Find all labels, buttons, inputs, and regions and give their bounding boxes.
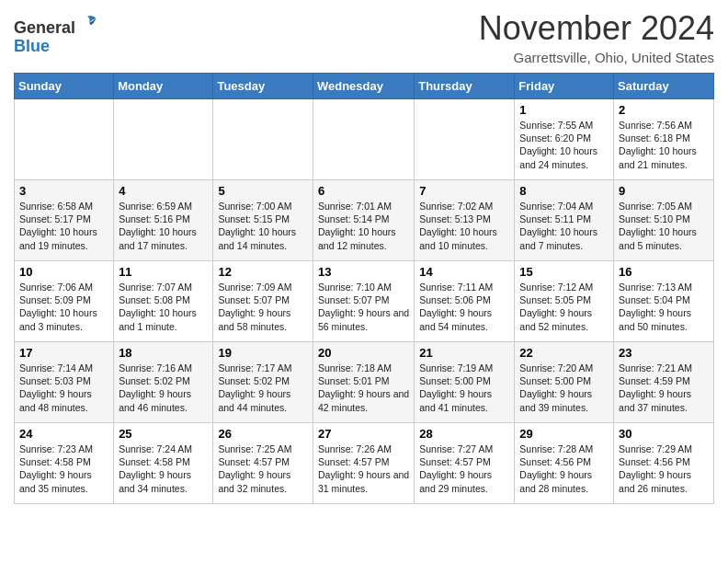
calendar-week-5: 24Sunrise: 7:23 AM Sunset: 4:58 PM Dayli… [15, 423, 714, 504]
calendar-cell: 12Sunrise: 7:09 AM Sunset: 5:07 PM Dayli… [213, 261, 313, 342]
day-number: 20 [318, 346, 409, 360]
column-header-friday: Friday [515, 74, 614, 99]
logo-general: General [14, 18, 75, 37]
column-header-sunday: Sunday [15, 74, 114, 99]
calendar-week-2: 3Sunrise: 6:58 AM Sunset: 5:17 PM Daylig… [15, 180, 714, 261]
column-header-thursday: Thursday [415, 74, 515, 99]
day-info: Sunrise: 7:04 AM Sunset: 5:11 PM Dayligh… [519, 200, 609, 252]
day-number: 9 [619, 184, 709, 198]
day-number: 10 [19, 265, 108, 279]
logo: General Blue [14, 13, 97, 56]
day-info: Sunrise: 7:11 AM Sunset: 5:06 PM Dayligh… [419, 281, 509, 333]
calendar-cell: 22Sunrise: 7:20 AM Sunset: 5:00 PM Dayli… [515, 342, 614, 423]
day-info: Sunrise: 7:26 AM Sunset: 4:57 PM Dayligh… [318, 442, 409, 495]
calendar-cell: 27Sunrise: 7:26 AM Sunset: 4:57 PM Dayli… [313, 423, 414, 504]
day-number: 3 [19, 184, 108, 198]
day-info: Sunrise: 6:59 AM Sunset: 5:16 PM Dayligh… [119, 200, 208, 252]
calendar-header-row: SundayMondayTuesdayWednesdayThursdayFrid… [15, 74, 714, 99]
calendar-cell: 15Sunrise: 7:12 AM Sunset: 5:05 PM Dayli… [515, 261, 614, 342]
day-info: Sunrise: 7:05 AM Sunset: 5:10 PM Dayligh… [619, 200, 709, 252]
day-number: 14 [419, 265, 509, 279]
day-info: Sunrise: 7:14 AM Sunset: 5:03 PM Dayligh… [19, 362, 108, 414]
title-block: November 2024 Garrettsville, Ohio, Unite… [479, 9, 714, 65]
day-info: Sunrise: 7:01 AM Sunset: 5:14 PM Dayligh… [318, 200, 409, 252]
calendar-cell: 9Sunrise: 7:05 AM Sunset: 5:10 PM Daylig… [614, 180, 714, 261]
calendar-cell [313, 99, 414, 180]
calendar-cell: 17Sunrise: 7:14 AM Sunset: 5:03 PM Dayli… [15, 342, 114, 423]
day-number: 4 [119, 184, 208, 198]
day-info: Sunrise: 7:27 AM Sunset: 4:57 PM Dayligh… [419, 442, 509, 495]
day-info: Sunrise: 7:12 AM Sunset: 5:05 PM Dayligh… [519, 281, 609, 333]
day-info: Sunrise: 7:55 AM Sunset: 6:20 PM Dayligh… [519, 119, 609, 171]
calendar-cell: 14Sunrise: 7:11 AM Sunset: 5:06 PM Dayli… [415, 261, 515, 342]
day-number: 25 [119, 427, 208, 441]
calendar-cell [15, 99, 114, 180]
day-info: Sunrise: 7:13 AM Sunset: 5:04 PM Dayligh… [619, 281, 709, 333]
day-info: Sunrise: 7:25 AM Sunset: 4:57 PM Dayligh… [218, 442, 308, 495]
day-info: Sunrise: 6:58 AM Sunset: 5:17 PM Dayligh… [19, 200, 108, 252]
day-number: 8 [519, 184, 609, 198]
calendar-cell: 4Sunrise: 6:59 AM Sunset: 5:16 PM Daylig… [114, 180, 213, 261]
logo-bird-icon [77, 13, 97, 33]
calendar-table: SundayMondayTuesdayWednesdayThursdayFrid… [14, 73, 714, 504]
day-info: Sunrise: 7:10 AM Sunset: 5:07 PM Dayligh… [318, 281, 409, 333]
calendar-cell: 20Sunrise: 7:18 AM Sunset: 5:01 PM Dayli… [313, 342, 414, 423]
calendar-week-1: 1Sunrise: 7:55 AM Sunset: 6:20 PM Daylig… [15, 99, 714, 180]
location: Garrettsville, Ohio, United States [479, 50, 714, 65]
calendar-cell [213, 99, 313, 180]
day-number: 12 [218, 265, 308, 279]
day-number: 19 [218, 346, 308, 360]
logo-blue: Blue [14, 37, 50, 55]
day-number: 2 [619, 103, 709, 117]
day-info: Sunrise: 7:29 AM Sunset: 4:56 PM Dayligh… [619, 442, 709, 495]
calendar-cell: 23Sunrise: 7:21 AM Sunset: 4:59 PM Dayli… [614, 342, 714, 423]
day-number: 23 [619, 346, 709, 360]
day-number: 11 [119, 265, 208, 279]
day-number: 6 [318, 184, 409, 198]
month-title: November 2024 [479, 9, 714, 48]
calendar-cell: 1Sunrise: 7:55 AM Sunset: 6:20 PM Daylig… [515, 99, 614, 180]
day-info: Sunrise: 7:56 AM Sunset: 6:18 PM Dayligh… [619, 119, 709, 171]
day-number: 24 [19, 427, 108, 441]
calendar-cell: 11Sunrise: 7:07 AM Sunset: 5:08 PM Dayli… [114, 261, 213, 342]
calendar-cell [114, 99, 213, 180]
day-info: Sunrise: 7:16 AM Sunset: 5:02 PM Dayligh… [119, 362, 208, 414]
calendar-cell: 3Sunrise: 6:58 AM Sunset: 5:17 PM Daylig… [15, 180, 114, 261]
day-number: 7 [419, 184, 509, 198]
day-info: Sunrise: 7:07 AM Sunset: 5:08 PM Dayligh… [119, 281, 208, 333]
day-number: 18 [119, 346, 208, 360]
day-info: Sunrise: 7:20 AM Sunset: 5:00 PM Dayligh… [519, 362, 609, 414]
day-number: 15 [519, 265, 609, 279]
calendar-cell: 8Sunrise: 7:04 AM Sunset: 5:11 PM Daylig… [515, 180, 614, 261]
day-info: Sunrise: 7:09 AM Sunset: 5:07 PM Dayligh… [218, 281, 308, 333]
day-number: 17 [19, 346, 108, 360]
day-number: 13 [318, 265, 409, 279]
day-info: Sunrise: 7:06 AM Sunset: 5:09 PM Dayligh… [19, 281, 108, 333]
calendar-cell: 19Sunrise: 7:17 AM Sunset: 5:02 PM Dayli… [213, 342, 313, 423]
day-number: 16 [619, 265, 709, 279]
logo-text: General Blue [14, 13, 97, 56]
column-header-saturday: Saturday [614, 74, 714, 99]
calendar-cell [415, 99, 515, 180]
day-info: Sunrise: 7:18 AM Sunset: 5:01 PM Dayligh… [318, 362, 409, 414]
day-number: 27 [318, 427, 409, 441]
day-number: 30 [619, 427, 709, 441]
calendar-cell: 6Sunrise: 7:01 AM Sunset: 5:14 PM Daylig… [313, 180, 414, 261]
calendar-cell: 16Sunrise: 7:13 AM Sunset: 5:04 PM Dayli… [614, 261, 714, 342]
calendar-week-4: 17Sunrise: 7:14 AM Sunset: 5:03 PM Dayli… [15, 342, 714, 423]
day-number: 29 [519, 427, 609, 441]
calendar-cell: 13Sunrise: 7:10 AM Sunset: 5:07 PM Dayli… [313, 261, 414, 342]
day-info: Sunrise: 7:24 AM Sunset: 4:58 PM Dayligh… [119, 442, 208, 495]
day-info: Sunrise: 7:00 AM Sunset: 5:15 PM Dayligh… [218, 200, 308, 252]
column-header-tuesday: Tuesday [213, 74, 313, 99]
calendar-cell: 21Sunrise: 7:19 AM Sunset: 5:00 PM Dayli… [415, 342, 515, 423]
day-number: 22 [519, 346, 609, 360]
day-number: 5 [218, 184, 308, 198]
calendar-cell: 30Sunrise: 7:29 AM Sunset: 4:56 PM Dayli… [614, 423, 714, 504]
calendar-body: 1Sunrise: 7:55 AM Sunset: 6:20 PM Daylig… [15, 99, 714, 504]
calendar-cell: 26Sunrise: 7:25 AM Sunset: 4:57 PM Dayli… [213, 423, 313, 504]
day-number: 26 [218, 427, 308, 441]
day-number: 21 [419, 346, 509, 360]
calendar-cell: 25Sunrise: 7:24 AM Sunset: 4:58 PM Dayli… [114, 423, 213, 504]
calendar-week-3: 10Sunrise: 7:06 AM Sunset: 5:09 PM Dayli… [15, 261, 714, 342]
